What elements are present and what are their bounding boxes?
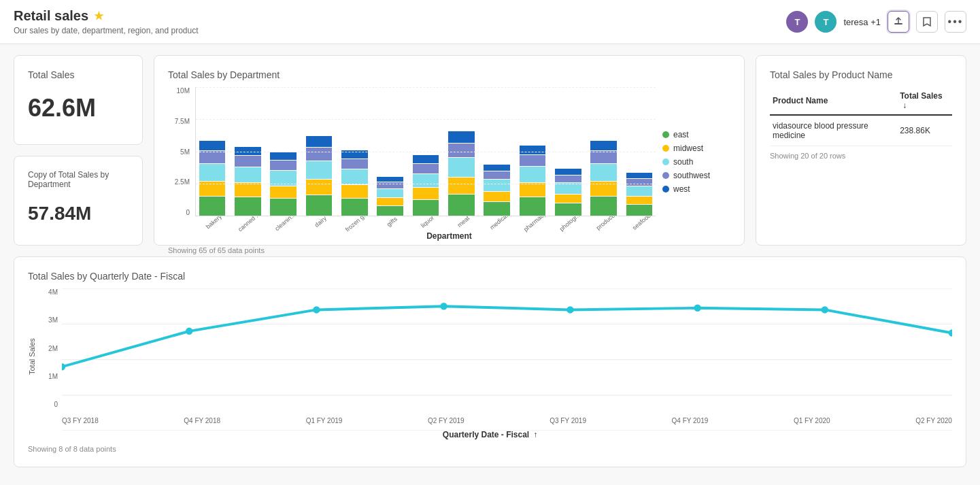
- svg-point-13: [949, 329, 952, 336]
- bar-group: [587, 87, 620, 216]
- bar-segment: [270, 199, 297, 216]
- bar-segment: [555, 195, 581, 203]
- bar-segment: [377, 206, 403, 216]
- y-label-0: 0: [168, 209, 190, 216]
- bar-segment: [413, 200, 439, 216]
- bar-segment: [306, 136, 333, 147]
- bar-chart-card: Total Sales by Department 10M 7.5M 5M 2.…: [154, 55, 745, 246]
- chart-legend: eastmidwestsouthsouthwestwest: [656, 87, 730, 237]
- bar-segment: [377, 198, 403, 205]
- bar-segment: [377, 177, 403, 182]
- svg-point-9: [440, 303, 447, 310]
- y-label-5m: 5M: [168, 148, 190, 156]
- avatar-2: T: [815, 11, 837, 33]
- bar-segment: [199, 141, 226, 150]
- bar-segment: [484, 171, 510, 179]
- bar-segment: [270, 171, 297, 185]
- bar-segment: [235, 156, 261, 167]
- bar-segment: [341, 185, 368, 197]
- bar-segment: [590, 151, 617, 163]
- bar-segment: [626, 205, 653, 216]
- bar-segment: [235, 183, 261, 197]
- avatar-1: T: [786, 11, 808, 33]
- bar-segment: [626, 173, 653, 178]
- bar-group: [445, 87, 477, 216]
- bar-segment: [377, 189, 403, 198]
- col-product-name: Product Name: [770, 87, 897, 115]
- copy-total-sales-value: 57.84M: [28, 203, 129, 224]
- more-button[interactable]: •••: [945, 11, 966, 33]
- share-icon: [893, 16, 904, 27]
- legend-label: midwest: [673, 144, 703, 153]
- bar-segment: [555, 183, 581, 194]
- bar-segment: [520, 146, 546, 154]
- page-title: Retail sales: [14, 8, 88, 24]
- legend-item: east: [662, 130, 724, 139]
- x-label: cleanin...: [270, 216, 299, 235]
- y-axis: 10M 7.5M 5M 2.5M 0: [168, 87, 192, 216]
- svg-point-7: [186, 328, 192, 335]
- bar-group: [409, 87, 442, 216]
- user-label: teresa +1: [843, 17, 881, 27]
- star-icon[interactable]: ★: [94, 10, 103, 22]
- bookmark-button[interactable]: [916, 11, 938, 33]
- bar-segment: [590, 164, 617, 181]
- x-label: canned ...: [235, 216, 264, 235]
- y-label-75m: 7.5M: [168, 118, 190, 125]
- bar-segment: [484, 180, 510, 191]
- x-label: photogr...: [556, 216, 585, 235]
- svg-point-6: [62, 363, 65, 370]
- product-table: Product Name Total Sales ↓ vidasource bl…: [770, 87, 952, 146]
- bar-segment: [270, 152, 297, 160]
- bar-segment: [484, 192, 510, 201]
- bar-segment: [270, 161, 297, 170]
- svg-point-8: [313, 306, 320, 313]
- bar-segment: [555, 169, 581, 174]
- legend-dot: [662, 186, 669, 193]
- svg-point-10: [567, 306, 573, 313]
- share-button[interactable]: [888, 11, 909, 33]
- bar-segment: [448, 195, 475, 216]
- legend-dot: [662, 131, 669, 138]
- line-chart-x-axis-label: Quarterly Date - Fiscal ↑: [28, 430, 952, 439]
- legend-dot: [662, 172, 669, 179]
- bar-segment: [199, 197, 226, 216]
- bar-segment: [413, 164, 439, 173]
- bar-segment: [448, 158, 475, 177]
- line-chart-title: Total Sales by Quarterly Date - Fiscal: [28, 271, 952, 282]
- sort-up-icon[interactable]: ↑: [533, 430, 537, 439]
- x-label: produce: [591, 216, 620, 235]
- line-y-labels: 4M 3M 2M 1M 0: [39, 288, 61, 408]
- x-label: pharmacy: [520, 216, 549, 235]
- product-table-footer: Showing 20 of 20 rows: [770, 152, 952, 160]
- x-label: medical: [484, 216, 513, 235]
- x-label: seafood: [626, 216, 656, 235]
- legend-dot: [662, 158, 669, 165]
- header-left: Retail sales ★ Our sales by date, depart…: [14, 8, 199, 35]
- bar-chart-title: Total Sales by Department: [168, 69, 730, 80]
- legend-label: south: [673, 157, 693, 167]
- x-label: dairy: [306, 216, 335, 235]
- bar-segment: [306, 161, 333, 179]
- bar-group: [516, 87, 549, 216]
- bar-segment: [341, 169, 368, 184]
- bar-segment: [270, 186, 297, 199]
- legend-item: south: [662, 157, 724, 167]
- copy-total-sales-title: Copy of Total Sales by Department: [28, 170, 129, 189]
- bar-segment: [235, 197, 261, 216]
- bar-segment: [520, 155, 546, 166]
- bar-segment: [520, 183, 546, 197]
- bar-group: [623, 87, 656, 216]
- bar-group: [196, 87, 229, 216]
- svg-point-12: [822, 306, 828, 313]
- bar-segment: [484, 202, 510, 216]
- bar-segment: [413, 188, 439, 199]
- y-label-10m: 10M: [168, 87, 190, 95]
- sort-icon[interactable]: ↓: [902, 101, 907, 110]
- copy-total-sales-card: Copy of Total Sales by Department 57.84M: [14, 156, 143, 246]
- bar-segment: [341, 199, 368, 216]
- bar-segment: [341, 150, 368, 158]
- svg-point-11: [694, 305, 700, 312]
- product-name-cell: vidasource blood pressure medicine: [770, 115, 897, 146]
- line-chart-svg: [62, 288, 952, 431]
